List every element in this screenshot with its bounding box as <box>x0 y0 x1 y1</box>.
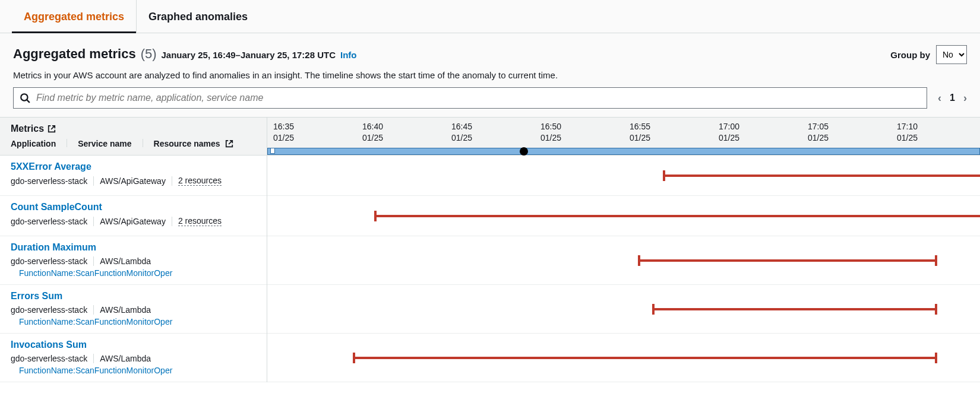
metric-application: gdo-serverless-stack <box>11 256 87 266</box>
anomaly-chart-row <box>267 334 980 382</box>
metric-row: Duration Maximumgdo-serverless-stackAWS/… <box>0 236 267 285</box>
metrics-grid: Metrics Application Service name Resourc… <box>0 117 980 382</box>
timeline-tick: 16:5501/25 <box>630 121 650 144</box>
divider <box>93 305 94 315</box>
metric-function-link[interactable]: FunctionName:ScanFunctionMonitorOper <box>19 317 256 326</box>
timeline-tick: 16:3501/25 <box>273 121 294 144</box>
col-resources-label: Resource names <box>154 139 220 148</box>
metric-row: Count SampleCountgdo-serverless-stackAWS… <box>0 196 267 236</box>
col-service-label: Service name <box>78 139 131 148</box>
timeline-tick: 16:5001/25 <box>540 121 561 144</box>
timeline-marker[interactable] <box>520 147 528 156</box>
timeline-column: 16:3501/2516:4001/2516:4501/2516:5001/25… <box>267 118 980 382</box>
external-link-icon[interactable] <box>225 139 233 148</box>
anomaly-bar <box>374 215 980 217</box>
timeline-range-bar[interactable] <box>267 148 980 155</box>
metric-resources-link[interactable]: 2 resources <box>178 176 222 186</box>
timeline-header: 16:3501/2516:4001/2516:4501/2516:5001/25… <box>267 118 980 156</box>
metrics-count: (5) <box>141 46 157 62</box>
metric-meta: gdo-serverless-stackAWS/ApiGateway2 reso… <box>11 216 256 226</box>
metric-service: AWS/Lambda <box>100 256 151 266</box>
divider <box>93 354 94 363</box>
metric-meta: gdo-serverless-stackAWS/ApiGateway2 reso… <box>11 176 256 186</box>
search-box[interactable] <box>13 87 927 109</box>
anomaly-bar <box>638 259 937 262</box>
external-link-icon[interactable] <box>48 125 56 133</box>
svg-line-1 <box>27 100 30 103</box>
metric-function-link[interactable]: FunctionName:ScanFunctionMonitorOper <box>19 366 256 375</box>
anomaly-chart-row <box>267 156 980 196</box>
title-group: Aggregated metrics (5) January 25, 16:49… <box>13 46 357 62</box>
search-input[interactable] <box>36 93 921 103</box>
pager: ‹ 1 › <box>938 92 967 104</box>
tab-bar: Aggregated metrics Graphed anomalies <box>0 0 980 33</box>
metric-service: AWS/ApiGateway <box>100 217 166 226</box>
group-by-select[interactable]: No <box>936 45 967 64</box>
timeline-range-handle[interactable] <box>270 148 275 154</box>
anomaly-bar <box>663 175 980 177</box>
metric-service: AWS/Lambda <box>100 354 151 363</box>
anomaly-bar <box>353 357 937 359</box>
metric-name-link[interactable]: Count SampleCount <box>11 202 256 212</box>
left-column-header: Metrics Application Service name Resourc… <box>0 118 267 156</box>
metric-name-link[interactable]: 5XXError Average <box>11 161 256 172</box>
col-metrics-label: Metrics <box>11 123 44 134</box>
page-header: Aggregated metrics (5) January 25, 16:49… <box>0 33 980 66</box>
divider <box>143 139 143 147</box>
timeline-tick: 16:4501/25 <box>451 121 472 144</box>
metric-name-link[interactable]: Errors Sum <box>11 291 256 302</box>
metric-function-link[interactable]: FunctionName:ScanFunctionMonitorOper <box>19 268 256 278</box>
divider <box>67 139 67 147</box>
time-range: January 25, 16:49–January 25, 17:28 UTC <box>162 50 336 60</box>
metric-service: AWS/ApiGateway <box>100 176 166 186</box>
metric-row: Errors Sumgdo-serverless-stackAWS/Lambda… <box>0 285 267 334</box>
pager-prev[interactable]: ‹ <box>938 92 941 104</box>
metric-application: gdo-serverless-stack <box>11 354 87 363</box>
metrics-left-column: Metrics Application Service name Resourc… <box>0 118 267 382</box>
metric-resources-link[interactable]: 2 resources <box>178 216 222 226</box>
tab-graphed-anomalies[interactable]: Graphed anomalies <box>137 0 260 33</box>
divider <box>172 176 172 186</box>
metric-row: 5XXError Averagegdo-serverless-stackAWS/… <box>0 156 267 196</box>
pager-page: 1 <box>950 93 955 103</box>
tab-aggregated-metrics[interactable]: Aggregated metrics <box>12 0 137 33</box>
divider <box>172 217 172 226</box>
metric-service: AWS/Lambda <box>100 305 151 315</box>
group-by-control: Group by No <box>890 45 967 64</box>
search-icon <box>20 93 30 103</box>
anomaly-chart-row <box>267 285 980 334</box>
anomaly-chart-row <box>267 196 980 236</box>
page-description: Metrics in your AWS account are analyzed… <box>0 66 980 87</box>
divider <box>93 256 94 266</box>
metric-application: gdo-serverless-stack <box>11 176 87 186</box>
pager-next[interactable]: › <box>963 92 967 104</box>
metric-application: gdo-serverless-stack <box>11 305 87 315</box>
page-title: Aggregated metrics <box>13 46 136 62</box>
metric-meta: gdo-serverless-stackAWS/Lambda <box>11 305 256 315</box>
info-link[interactable]: Info <box>340 50 357 60</box>
timeline-tick: 17:0501/25 <box>808 121 829 144</box>
anomaly-bar <box>652 308 937 310</box>
metric-meta: gdo-serverless-stackAWS/Lambda <box>11 256 256 266</box>
metric-application: gdo-serverless-stack <box>11 217 87 226</box>
svg-point-0 <box>21 94 27 100</box>
metric-meta: gdo-serverless-stackAWS/Lambda <box>11 354 256 363</box>
timeline-tick: 17:1001/25 <box>897 121 918 144</box>
search-row: ‹ 1 › <box>0 87 980 117</box>
timeline-tick: 17:0001/25 <box>719 121 739 144</box>
anomaly-chart-row <box>267 236 980 285</box>
metric-name-link[interactable]: Invocations Sum <box>11 340 256 350</box>
metric-name-link[interactable]: Duration Maximum <box>11 242 256 253</box>
metric-row: Invocations Sumgdo-serverless-stackAWS/L… <box>0 334 267 382</box>
group-by-label: Group by <box>890 50 930 60</box>
divider <box>93 217 94 226</box>
col-application-label: Application <box>11 139 56 148</box>
timeline-tick: 16:4001/25 <box>362 121 383 144</box>
divider <box>93 176 94 186</box>
